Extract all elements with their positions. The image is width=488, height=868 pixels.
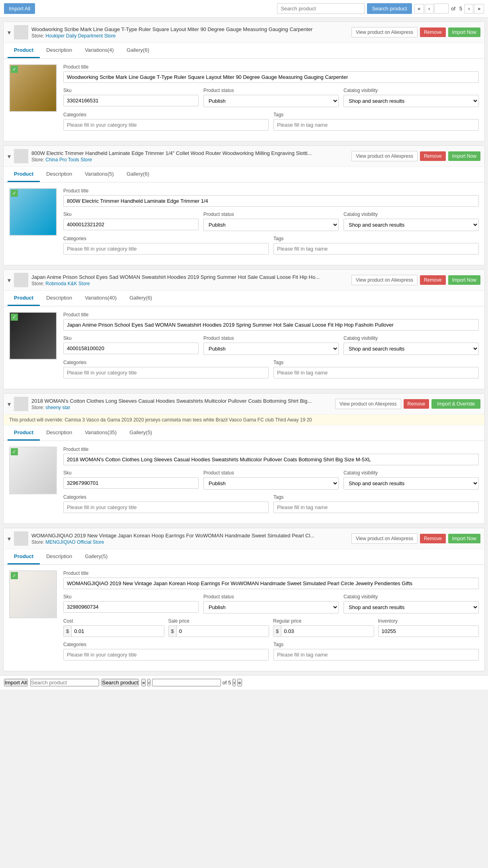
bottom-last-page-btn[interactable]: » — [237, 679, 242, 686]
catalog-visibility-select-1[interactable]: Shop and search resultsShop onlySearch r… — [344, 95, 479, 107]
tab-gallery6-1[interactable]: Gallery(6) — [120, 43, 156, 58]
top-search-input[interactable] — [277, 3, 365, 14]
sale-price-input-5[interactable] — [177, 626, 269, 637]
bottom-import-all-button[interactable]: Import All — [4, 679, 28, 686]
product-title-input-4[interactable] — [63, 454, 479, 465]
view-on-aliexpress-button-4[interactable]: View product on Aliexpress — [335, 399, 401, 409]
view-on-aliexpress-button-3[interactable]: View product on Aliexpress — [351, 275, 418, 285]
title-area-5: WOMANGJIQIAO 2019 New Vintage Japan Kore… — [31, 532, 348, 545]
product-title-field-5: Product title — [63, 570, 479, 589]
store-anchor-1[interactable]: Houkiper Daily Department Store — [45, 33, 115, 39]
tab-gallery5-5[interactable]: Gallery(5) — [78, 549, 114, 564]
view-on-aliexpress-button-2[interactable]: View product on Aliexpress — [351, 151, 418, 161]
product-title-input-5[interactable] — [63, 578, 479, 589]
bottom-next-page-btn[interactable]: › — [232, 679, 236, 686]
bottom-search-button[interactable]: Search product — [102, 679, 139, 686]
tags-input-3[interactable] — [273, 367, 479, 378]
product-status-select-4[interactable]: PublishDraftPrivate — [203, 477, 339, 490]
catalog-visibility-select-5[interactable]: Shop and search resultsShop onlySearch r… — [344, 601, 479, 613]
tab-product-1[interactable]: Product — [8, 43, 40, 58]
sku-input-5[interactable] — [63, 601, 199, 613]
import-now-button-2[interactable]: Import Now — [448, 151, 480, 161]
tab-product-3[interactable]: Product — [8, 291, 40, 306]
tab-description-5[interactable]: Description — [40, 549, 78, 564]
store-anchor-4[interactable]: sheeny star — [45, 405, 70, 410]
tab-product-2[interactable]: Product — [8, 167, 40, 182]
store-anchor-3[interactable]: Robmoda K&K Store — [45, 281, 90, 286]
remove-button-3[interactable]: Remove — [420, 275, 446, 285]
product-status-select-5[interactable]: PublishDraftPrivate — [203, 601, 339, 613]
tab-variations40-3[interactable]: Variations(40) — [78, 291, 123, 306]
tab-product-4[interactable]: Product — [8, 425, 40, 441]
sku-input-3[interactable] — [63, 343, 199, 354]
tags-input-2[interactable] — [273, 243, 479, 255]
tab-gallery6-2[interactable]: Gallery(6) — [120, 167, 156, 182]
toggle-icon-4[interactable]: ▾ — [8, 400, 11, 408]
tab-gallery6-3[interactable]: Gallery(6) — [123, 291, 158, 306]
categories-input-1[interactable] — [63, 119, 269, 131]
store-anchor-5[interactable]: MENGJIQIAO Official Store — [45, 539, 104, 545]
categories-input-4[interactable] — [63, 502, 269, 513]
product-status-select-1[interactable]: PublishDraftPrivate — [203, 95, 339, 107]
bottom-prev-page-btn[interactable]: ‹ — [147, 679, 150, 686]
catalog-visibility-select-3[interactable]: Shop and search resultsShop onlySearch r… — [344, 343, 479, 355]
bottom-first-page-btn[interactable]: « — [141, 679, 146, 686]
product-status-select-2[interactable]: PublishDraftPrivate — [203, 219, 339, 231]
bottom-page-number-input[interactable]: 1 — [152, 679, 221, 686]
remove-button-5[interactable]: Remove — [420, 534, 446, 543]
toggle-icon-1[interactable]: ▾ — [8, 29, 11, 36]
product-title-input-1[interactable] — [63, 71, 479, 83]
bottom-search-input[interactable] — [30, 679, 99, 686]
sku-input-1[interactable] — [63, 95, 199, 106]
last-page-btn[interactable]: » — [474, 4, 484, 14]
tab-description-3[interactable]: Description — [40, 291, 78, 306]
tags-input-5[interactable] — [273, 649, 479, 660]
tab-description-4[interactable]: Description — [40, 425, 78, 441]
remove-button-1[interactable]: Remove — [420, 27, 446, 37]
tab-product-5[interactable]: Product — [8, 549, 40, 564]
tab-variations5-2[interactable]: Variations(5) — [78, 167, 120, 182]
top-search-button[interactable]: Search product — [367, 3, 412, 14]
tags-input-1[interactable] — [273, 119, 479, 131]
catalog-visibility-select-2[interactable]: Shop and search resultsShop onlySearch r… — [344, 219, 479, 231]
product-title-input-3[interactable] — [63, 319, 479, 331]
tab-description-2[interactable]: Description — [40, 167, 78, 182]
import-now-button-1[interactable]: Import Now — [448, 27, 480, 37]
tab-gallery5-4[interactable]: Gallery(5) — [123, 425, 158, 441]
categories-tags-row-2: Categories Tags — [63, 236, 479, 259]
import-now-button-5[interactable]: Import Now — [448, 534, 480, 543]
regular-price-input-5[interactable] — [281, 626, 373, 637]
first-page-btn[interactable]: « — [414, 4, 424, 14]
top-import-all-button[interactable]: Import All — [4, 3, 35, 14]
view-on-aliexpress-button-5[interactable]: View product on Aliexpress — [351, 533, 418, 544]
import-override-button-4[interactable]: Import & Override — [431, 399, 480, 409]
tags-input-4[interactable] — [273, 502, 479, 513]
tab-variations35-4[interactable]: Variations(35) — [78, 425, 123, 441]
toggle-icon-5[interactable]: ▾ — [8, 535, 11, 543]
prev-page-btn[interactable]: ‹ — [425, 4, 433, 14]
product-title-input-2[interactable] — [63, 195, 479, 207]
page-number-input[interactable]: 1 — [434, 4, 449, 14]
remove-button-2[interactable]: Remove — [420, 151, 446, 161]
product-status-select-3[interactable]: PublishDraftPrivate — [203, 343, 339, 355]
product-name-4: 2018 WOMAN's Cotton Clothes Long Sleeves… — [31, 398, 332, 405]
product-title-label-1: Product title — [63, 64, 479, 70]
toggle-icon-2[interactable]: ▾ — [8, 153, 11, 160]
tab-variations4-1[interactable]: Variations(4) — [78, 43, 120, 58]
remove-button-4[interactable]: Remove — [404, 399, 429, 409]
catalog-visibility-select-4[interactable]: Shop and search resultsShop onlySearch r… — [344, 477, 479, 490]
toggle-icon-3[interactable]: ▾ — [8, 276, 11, 284]
categories-input-2[interactable] — [63, 243, 269, 255]
tab-description-1[interactable]: Description — [40, 43, 78, 58]
sku-input-4[interactable] — [63, 477, 199, 489]
view-on-aliexpress-button-1[interactable]: View product on Aliexpress — [351, 27, 418, 37]
cost-input-5[interactable] — [72, 626, 164, 637]
import-now-button-3[interactable]: Import Now — [448, 275, 480, 285]
product-card-3: ▾ Japan Anime Prison School Eyes Sad WOM… — [3, 269, 485, 389]
categories-input-5[interactable] — [63, 649, 269, 660]
inventory-input-5[interactable] — [378, 625, 479, 637]
store-anchor-2[interactable]: China Pro Tools Store — [45, 157, 92, 163]
sku-input-2[interactable] — [63, 219, 199, 230]
categories-input-3[interactable] — [63, 367, 269, 378]
next-page-btn[interactable]: › — [465, 4, 473, 14]
